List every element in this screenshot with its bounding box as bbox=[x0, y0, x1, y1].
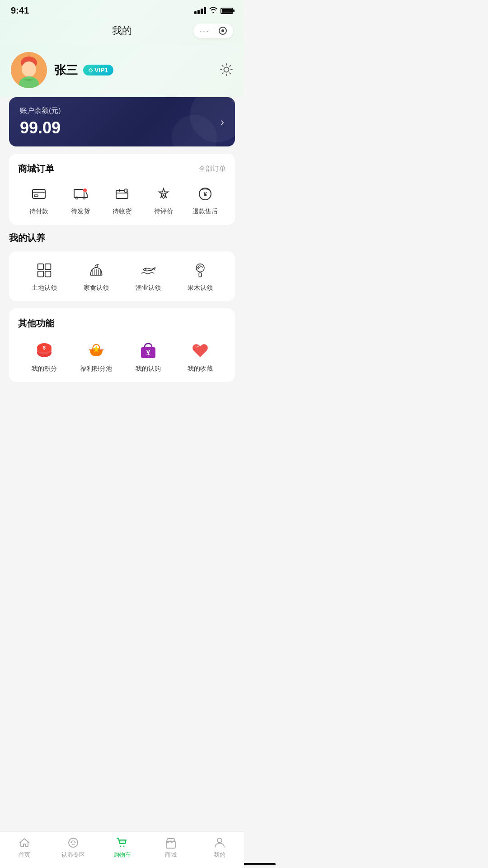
signal-icon bbox=[194, 7, 206, 14]
favorites-icon bbox=[189, 339, 211, 361]
other-header: 其他功能 bbox=[18, 317, 226, 330]
pending-receive-icon bbox=[112, 184, 132, 204]
refund-label: 退款售后 bbox=[192, 208, 218, 216]
land-label: 土地认领 bbox=[32, 284, 57, 292]
adoption-title: 我的认养 bbox=[9, 233, 45, 243]
divider bbox=[214, 27, 214, 34]
svg-point-23 bbox=[145, 269, 146, 270]
vip-label: VIP1 bbox=[94, 66, 108, 74]
svg-point-2 bbox=[22, 61, 36, 77]
orders-section: 商城订单 全部订单 待付款 bbox=[9, 154, 235, 225]
adoption-land[interactable]: 土地认领 bbox=[18, 260, 70, 292]
other-title: 其他功能 bbox=[18, 317, 54, 330]
welfare-icon bbox=[85, 339, 108, 361]
balance-card[interactable]: 账户余额(元) 99.09 › bbox=[9, 97, 235, 146]
pending-receive-label: 待收货 bbox=[113, 208, 131, 216]
svg-point-4 bbox=[224, 67, 229, 72]
fruit-tree-label: 果木认领 bbox=[188, 284, 213, 292]
svg-rect-20 bbox=[38, 271, 43, 277]
pending-ship-label: 待发货 bbox=[71, 208, 90, 216]
orders-title: 商城订单 bbox=[18, 163, 54, 175]
page-title: 我的 bbox=[112, 24, 132, 38]
my-points[interactable]: $ 我的积分 bbox=[18, 339, 70, 373]
user-info: 张三 ◇ VIP1 bbox=[54, 62, 113, 78]
svg-rect-24 bbox=[199, 273, 201, 277]
balance-info: 账户余额(元) 99.09 bbox=[20, 106, 61, 137]
vip-badge: ◇ VIP1 bbox=[83, 65, 113, 75]
svg-text:¥: ¥ bbox=[146, 349, 150, 357]
fruit-tree-icon bbox=[190, 260, 210, 280]
settings-button[interactable] bbox=[220, 63, 233, 78]
balance-amount: 99.09 bbox=[20, 118, 61, 137]
subscription-icon: ¥ bbox=[137, 339, 160, 361]
top-header: 我的 ··· bbox=[0, 19, 244, 45]
balance-label: 账户余额(元) bbox=[20, 106, 61, 116]
svg-rect-18 bbox=[38, 264, 43, 270]
order-item-pending-ship[interactable]: ! 待发货 bbox=[60, 184, 101, 216]
avatar[interactable] bbox=[11, 52, 47, 88]
svg-text:!: ! bbox=[84, 190, 85, 193]
my-subscription[interactable]: ¥ 我的认购 bbox=[122, 339, 174, 373]
vip-diamond-icon: ◇ bbox=[89, 67, 93, 73]
svg-rect-19 bbox=[45, 264, 51, 270]
more-options-button[interactable]: ··· bbox=[193, 24, 233, 38]
adoption-section: 我的认养 土地认领 bbox=[9, 232, 235, 301]
svg-rect-6 bbox=[34, 195, 38, 197]
points-label: 我的积分 bbox=[32, 365, 57, 373]
fish-label: 渔业认领 bbox=[136, 284, 161, 292]
balance-arrow-icon: › bbox=[221, 116, 224, 128]
orders-header: 商城订单 全部订单 bbox=[18, 163, 226, 175]
order-item-pending-review[interactable]: 待评价 bbox=[143, 184, 184, 216]
svg-rect-5 bbox=[33, 189, 45, 198]
order-item-pending-payment[interactable]: 待付款 bbox=[18, 184, 60, 216]
svg-rect-7 bbox=[74, 189, 84, 198]
svg-text:¥: ¥ bbox=[203, 191, 207, 198]
orders-icons-row: 待付款 ! 待发货 bbox=[18, 184, 226, 216]
svg-text:$: $ bbox=[43, 345, 46, 350]
record-icon bbox=[219, 27, 227, 35]
status-icons bbox=[194, 6, 233, 15]
land-icon bbox=[34, 260, 54, 280]
pending-review-label: 待评价 bbox=[154, 208, 173, 216]
user-name: 张三 bbox=[54, 62, 78, 78]
poultry-label: 家禽认领 bbox=[84, 284, 109, 292]
all-orders-link[interactable]: 全部订单 bbox=[199, 165, 226, 173]
subscription-label: 我的认购 bbox=[136, 365, 161, 373]
wifi-icon bbox=[209, 6, 218, 15]
adoption-fruit-tree[interactable]: 果木认领 bbox=[174, 260, 226, 292]
pending-ship-icon: ! bbox=[70, 184, 90, 204]
adoption-icons-row: 土地认领 家禽认领 bbox=[9, 251, 235, 301]
adoption-fish[interactable]: 渔业认领 bbox=[122, 260, 174, 292]
pending-payment-icon bbox=[29, 184, 49, 204]
status-bar: 9:41 bbox=[0, 0, 244, 19]
favorites-label: 我的收藏 bbox=[188, 365, 213, 373]
order-item-pending-receive[interactable]: 待收货 bbox=[101, 184, 143, 216]
pending-payment-label: 待付款 bbox=[29, 208, 48, 216]
poultry-icon bbox=[86, 260, 106, 280]
welfare-points[interactable]: 福利积分池 bbox=[70, 339, 122, 373]
status-time: 9:41 bbox=[11, 5, 29, 16]
refund-icon: ¥ bbox=[195, 184, 215, 204]
svg-rect-21 bbox=[45, 271, 51, 277]
pending-review-icon bbox=[154, 184, 174, 204]
header-actions[interactable]: ··· bbox=[193, 24, 233, 38]
other-functions-section: 其他功能 $ 我的积分 bbox=[9, 308, 235, 382]
profile-section: 张三 ◇ VIP1 bbox=[0, 45, 244, 97]
fish-icon bbox=[138, 260, 158, 280]
other-icons-row: $ 我的积分 福利积分池 bbox=[18, 339, 226, 373]
battery-icon bbox=[221, 8, 233, 14]
adoption-header: 我的认养 bbox=[9, 232, 235, 244]
welfare-label: 福利积分池 bbox=[80, 365, 112, 373]
order-item-refund[interactable]: ¥ 退款售后 bbox=[184, 184, 226, 216]
points-icon: $ bbox=[33, 339, 56, 361]
my-favorites[interactable]: 我的收藏 bbox=[174, 339, 226, 373]
dots-icon: ··· bbox=[200, 26, 209, 36]
adoption-poultry[interactable]: 家禽认领 bbox=[70, 260, 122, 292]
